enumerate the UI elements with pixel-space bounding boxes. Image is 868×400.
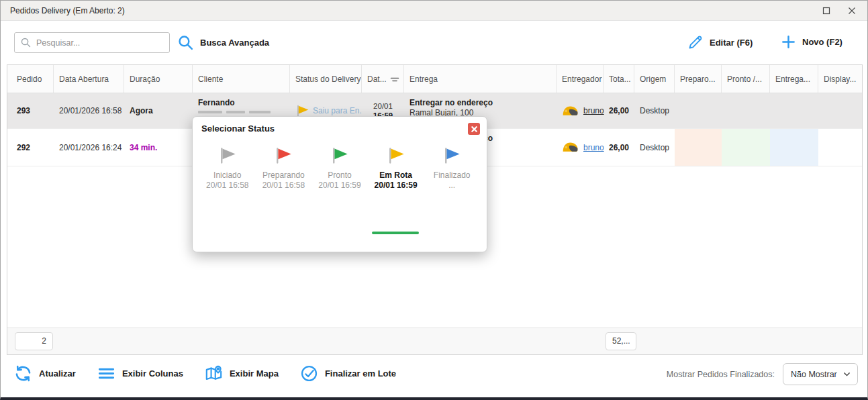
search-input[interactable] (36, 38, 164, 48)
show-finished-dropdown[interactable]: Não Mostrar (783, 363, 858, 385)
new-label: Novo (F2) (802, 37, 842, 47)
modal-close-button[interactable] (468, 123, 480, 135)
cell-entregador: bruno (557, 129, 604, 166)
show-columns-label: Exibir Colunas (122, 368, 183, 379)
flag-icon (218, 146, 237, 165)
status-option-preparando[interactable]: Preparando 20/01 16:58 (256, 146, 312, 191)
cell-display (818, 129, 862, 166)
advanced-search-icon (177, 34, 194, 51)
dropdown-value: Não Mostrar (791, 370, 837, 379)
status-progress-indicator (372, 232, 419, 234)
cell-data-abertura: 20/01/2026 16:58 (54, 93, 124, 128)
column-header-total[interactable]: Tota... (604, 65, 634, 93)
select-status-modal: Selecionar Status Iniciado 20/01 16:58 P… (192, 116, 487, 252)
cell-total: 26,00 (604, 93, 634, 128)
status-option-em-rota[interactable]: Em Rota 20/01 16:59 (368, 146, 424, 191)
column-header-cliente[interactable]: Cliente (193, 65, 290, 93)
close-button[interactable] (839, 1, 865, 21)
footer-actions: Atualizar Exibir Colunas (14, 364, 396, 383)
courier-link[interactable]: bruno (583, 143, 604, 152)
cell-origem: Desktop (634, 93, 675, 128)
cell-entrega-time (770, 129, 818, 166)
open-orders-count: 2 (15, 332, 53, 350)
footer-bar: Atualizar Exibir Colunas (1, 355, 867, 398)
sort-icon (390, 76, 399, 83)
refresh-label: Atualizar (39, 368, 76, 379)
columns-icon (97, 364, 115, 383)
cell-duracao: 34 min. (124, 129, 193, 166)
status-option-pronto[interactable]: Pronto 20/01 16:59 (311, 146, 368, 191)
show-map-label: Exibir Mapa (230, 368, 279, 379)
cell-entrega-time (770, 93, 818, 128)
cell-entregador: bruno (557, 93, 604, 128)
cell-pronto (722, 93, 770, 128)
column-header-entrega-2[interactable]: Entrega... (770, 65, 818, 93)
batch-finish-label: Finalizar em Lote (325, 368, 396, 379)
column-header-dat[interactable]: Dat... (362, 65, 404, 93)
show-finished-label: Mostrar Pedidos Finalizados: (667, 370, 775, 379)
status-label: Saiu para En... (313, 106, 362, 115)
cell-display (818, 93, 862, 128)
modal-title: Selecionar Status (201, 123, 275, 134)
delivery-orders-window: Pedidos Delivery (Em Aberto: 2) Busca Av… (0, 0, 868, 400)
delivery-type: Entregar no endereço (409, 98, 493, 108)
column-header-origem[interactable]: Origem (634, 65, 675, 93)
show-map-button[interactable]: Exibir Mapa (205, 364, 279, 383)
table-header-row: Pedido Data Abertura Duração Cliente Sta… (7, 65, 862, 93)
flag-icon (442, 146, 461, 165)
column-header-status[interactable]: Status do Delivery (290, 65, 362, 93)
close-icon (471, 126, 478, 133)
maximize-button[interactable] (814, 1, 839, 21)
edit-button[interactable]: Editar (F6) (687, 34, 753, 50)
column-header-entregador[interactable]: Entregador (557, 65, 604, 93)
helmet-icon (562, 142, 579, 153)
flag-icon (387, 146, 405, 165)
cell-preparo (675, 129, 722, 166)
column-header-entrega[interactable]: Entrega (404, 65, 557, 93)
status-options: Iniciado 20/01 16:58 Preparando 20/01 16… (199, 146, 480, 191)
cell-pedido: 293 (7, 93, 54, 128)
column-header-display[interactable]: Display... (818, 65, 862, 93)
status-option-iniciado[interactable]: Iniciado 20/01 16:58 (199, 146, 256, 191)
helmet-icon (562, 105, 579, 117)
column-header-pedido[interactable]: Pedido (7, 65, 54, 93)
check-circle-icon (300, 364, 318, 383)
table-summary-row: 2 52,... (7, 328, 862, 354)
column-header-data-abertura[interactable]: Data Abertura (54, 65, 124, 93)
edit-label: Editar (F6) (710, 38, 753, 48)
new-button[interactable]: Novo (F2) (781, 34, 842, 50)
window-controls (814, 1, 865, 21)
column-header-pronto[interactable]: Pronto /... (722, 65, 770, 93)
cell-duracao: Agora (124, 93, 193, 128)
column-header-duracao[interactable]: Duração (124, 65, 193, 93)
advanced-search-label: Busca Avançada (200, 38, 269, 48)
close-icon (847, 5, 857, 16)
show-finished-group: Mostrar Pedidos Finalizados: Não Mostrar (667, 363, 858, 385)
chevron-down-icon (842, 370, 851, 379)
window-title: Pedidos Delivery (Em Aberto: 2) (10, 6, 125, 15)
cell-pronto (722, 129, 770, 166)
total-sum: 52,... (606, 332, 636, 350)
search-icon (20, 37, 32, 48)
refresh-icon (14, 364, 32, 383)
cell-origem: Desktop (634, 129, 675, 166)
courier-link[interactable]: bruno (583, 106, 604, 115)
advanced-search-button[interactable]: Busca Avançada (177, 34, 269, 51)
partially-hidden-text (198, 111, 271, 113)
cell-preparo (675, 93, 722, 128)
cell-total: 26,00 (604, 129, 634, 166)
column-header-preparo[interactable]: Preparo... (675, 65, 722, 93)
map-icon (205, 364, 223, 383)
plus-icon (781, 34, 796, 50)
show-columns-button[interactable]: Exibir Colunas (97, 364, 183, 383)
title-bar: Pedidos Delivery (Em Aberto: 2) (1, 1, 867, 21)
cell-pedido: 292 (7, 129, 54, 166)
status-option-finalizado[interactable]: Finalizado ... (424, 146, 480, 191)
flag-icon (274, 146, 293, 165)
refresh-button[interactable]: Atualizar (14, 364, 76, 383)
cell-data-abertura: 20/01/2026 16:24 (54, 129, 124, 166)
edit-pencil-icon (687, 34, 704, 50)
search-box[interactable] (14, 32, 170, 53)
batch-finish-button[interactable]: Finalizar em Lote (300, 364, 396, 383)
client-name: Fernando (198, 98, 271, 107)
